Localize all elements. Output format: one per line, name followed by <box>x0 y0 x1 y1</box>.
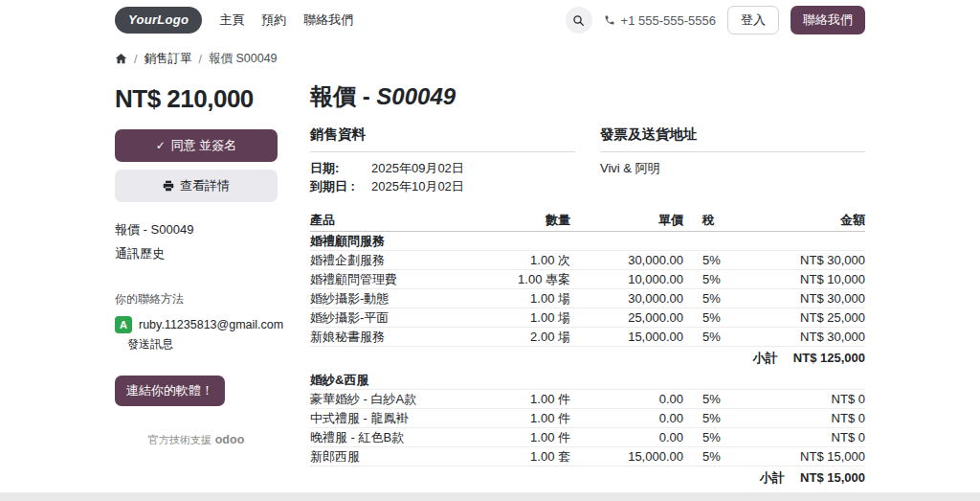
table-row: 中式禮服 - 龍鳳褂1.00 件0.005%NT$ 0 <box>310 409 865 428</box>
odoo-logo[interactable]: odoo <box>215 433 245 446</box>
nav-item-booking[interactable]: 預約 <box>261 11 286 29</box>
sale-info-section: 銷售資料 日期: 2025年09月02日 到期日 : 2025年10月02日 <box>310 125 575 197</box>
search-button[interactable] <box>566 7 592 34</box>
contact-method-heading: 你的聯絡方法 <box>115 291 278 307</box>
send-message-link[interactable]: 發送訊息 <box>127 336 173 353</box>
quote-table: 產品 數量 單價 稅 金額 婚禮顧問服務婚禮企劃服務1.00 次30,000.0… <box>310 211 865 501</box>
phone-link[interactable]: +1 555-555-5556 <box>604 13 716 28</box>
phone-number: +1 555-555-5556 <box>621 13 716 28</box>
quote-sidebar: NT$ 210,000 ✓ 同意 並簽名 查看詳情 報價 - S00049 通訊… <box>115 82 278 447</box>
site-logo[interactable]: YourLogo <box>115 7 202 34</box>
date-label: 日期: <box>310 161 371 175</box>
main-nav: 主頁 預約 聯絡我們 <box>219 11 353 29</box>
due-date-value: 2025年10月02日 <box>371 179 464 194</box>
accept-sign-button[interactable]: ✓ 同意 並簽名 <box>115 129 278 162</box>
invoice-address-section: 發票及送貨地址 Vivi & 阿明 <box>600 125 865 197</box>
table-row: 晚禮服 - 紅色B款1.00 件0.005%NT$ 0 <box>310 428 865 447</box>
breadcrumb-separator: / <box>134 53 137 66</box>
footer-strip <box>0 492 980 501</box>
login-button[interactable]: 登入 <box>727 6 779 34</box>
table-row: 婚紗攝影-動態1.00 場30,000.005%NT$ 30,000 <box>310 289 865 308</box>
table-row: 新郎西服1.00 套15,000.005%NT$ 15,000 <box>310 447 865 467</box>
contact-us-button[interactable]: 聯絡我們 <box>791 6 865 34</box>
top-navbar: YourLogo 主頁 預約 聯絡我們 +1 555-555-5556 登入 聯… <box>0 0 980 40</box>
invoice-address-heading: 發票及送貨地址 <box>600 125 865 152</box>
breadcrumb-sales-orders[interactable]: 銷售訂單 <box>144 51 191 67</box>
nav-item-contact[interactable]: 聯絡我們 <box>303 11 353 29</box>
nav-right: +1 555-555-5556 登入 聯絡我們 <box>566 6 865 34</box>
table-subtotal-row: 小計NT$ 125,000 <box>310 347 865 368</box>
quote-main: 報價 - S00049 銷售資料 日期: 2025年09月02日 到期日 : 2… <box>310 82 865 501</box>
contact-email: ruby.11235813@gmail.com <box>139 318 283 331</box>
header-unit-price: 單價 <box>570 211 683 232</box>
check-icon: ✓ <box>156 139 166 152</box>
table-group-row: 婚紗&西服 <box>310 371 865 390</box>
sidebar-link-quotation[interactable]: 報價 - S00049 <box>115 221 278 239</box>
header-tax: 稅 <box>683 211 739 232</box>
nav-item-home[interactable]: 主頁 <box>219 11 244 29</box>
table-row: 新娘秘書服務2.00 場15,000.005%NT$ 30,000 <box>310 328 865 347</box>
table-subtotal-row: 小計NT$ 15,000 <box>310 467 865 488</box>
table-row: 豪華婚紗 - 白紗A款1.00 件0.005%NT$ 0 <box>310 390 865 409</box>
connect-software-button[interactable]: 連結你的軟體！ <box>115 376 225 406</box>
table-row: 婚紗攝影-平面1.00 場25,000.005%NT$ 25,000 <box>310 308 865 328</box>
breadcrumb: / 銷售訂單 / 報價 S00049 <box>115 40 865 75</box>
printer-icon <box>163 180 174 192</box>
view-details-button[interactable]: 查看詳情 <box>115 170 278 202</box>
phone-icon <box>604 14 615 26</box>
header-product: 產品 <box>310 211 482 232</box>
total-amount: NT$ 210,000 <box>115 84 278 114</box>
home-icon[interactable] <box>115 53 127 65</box>
header-quantity: 數量 <box>482 211 570 232</box>
table-row: 婚禮顧問管理費1.00 專案10,000.005%NT$ 10,000 <box>310 270 865 289</box>
invoice-address-value: Vivi & 阿明 <box>600 161 865 175</box>
breadcrumb-current: 報價 S00049 <box>209 51 278 67</box>
contact-block: 你的聯絡方法 A ruby.11235813@gmail.com 發送訊息 <box>115 291 278 353</box>
powered-by: 官方技術支援odoo <box>115 433 278 447</box>
table-header-row: 產品 數量 單價 稅 金額 <box>310 211 865 232</box>
table-row: 婚禮企劃服務1.00 次30,000.005%NT$ 30,000 <box>310 251 865 270</box>
quote-table-body: 婚禮顧問服務婚禮企劃服務1.00 次30,000.005%NT$ 30,000婚… <box>310 232 865 501</box>
avatar: A <box>115 316 132 333</box>
date-value: 2025年09月02日 <box>371 161 464 175</box>
page-title: 報價 - S00049 <box>310 82 865 110</box>
quote-number: S00049 <box>376 83 456 109</box>
header-amount: 金額 <box>739 211 865 232</box>
search-icon <box>572 14 585 27</box>
breadcrumb-separator: / <box>198 53 201 66</box>
due-date-label: 到期日 : <box>310 179 371 194</box>
sale-info-heading: 銷售資料 <box>310 125 575 152</box>
sidebar-links: 報價 - S00049 通訊歷史 <box>115 221 278 262</box>
sidebar-link-history[interactable]: 通訊歷史 <box>115 245 278 262</box>
table-group-row: 婚禮顧問服務 <box>310 232 865 251</box>
